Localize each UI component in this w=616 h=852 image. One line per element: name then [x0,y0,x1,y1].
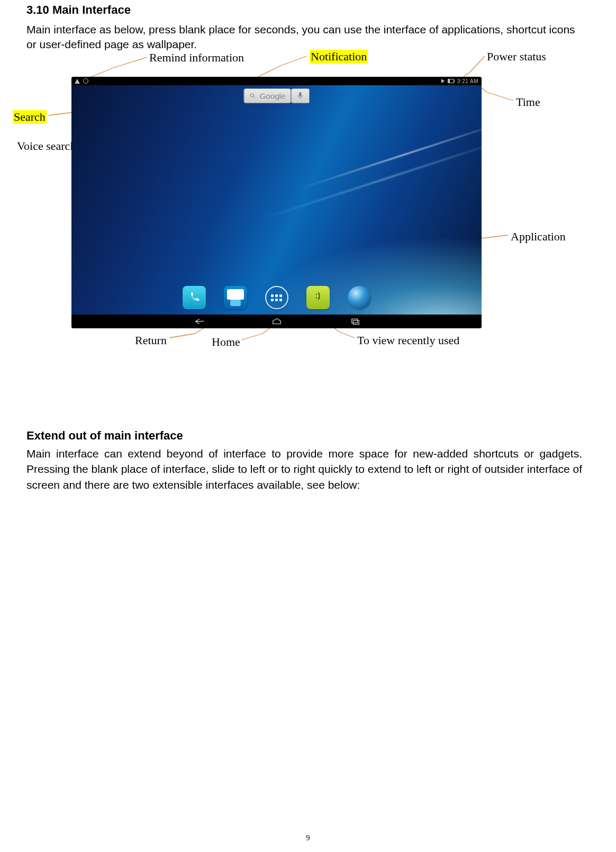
svg-rect-23 [299,92,301,96]
callout-notification: Notification [310,50,368,64]
home-wallpaper[interactable]: Google [71,85,482,315]
status-bar[interactable]: 3:21 AM [71,77,482,85]
phone-icon [188,291,201,304]
callout-remind-information: Remind information [149,51,244,65]
phone-app-icon[interactable] [183,286,206,309]
svg-line-0 [113,57,147,68]
bluetooth-icon [441,79,445,83]
recents-icon [349,318,361,325]
svg-line-19 [339,331,355,338]
status-time: 3:21 AM [457,78,478,84]
nav-back-button[interactable] [191,317,206,326]
app-dock [71,286,482,309]
section-heading: 3.10 Main Interface [26,3,131,17]
search-label: Google [260,92,285,101]
svg-line-2 [280,56,307,66]
nav-recents-button[interactable] [348,317,363,326]
navigation-bar [71,315,482,328]
usb-debug-icon [83,78,88,84]
subsection-heading: Extend out of main interface [26,429,183,443]
all-apps-button[interactable] [265,286,288,309]
callout-home: Home [212,335,240,349]
subsection-paragraph: Main interface can extend beyond of inte… [26,446,582,492]
search-input[interactable]: Google [243,88,291,103]
apps-grid-icon [271,294,282,301]
voice-search-button[interactable] [291,88,310,103]
callout-power-status: Power status [487,50,546,64]
home-icon [271,318,283,325]
back-icon [193,318,204,325]
svg-rect-25 [351,319,357,322]
svg-line-4 [470,56,485,72]
search-widget[interactable]: Google [243,88,310,103]
device-screenshot: 3:21 AM Google [71,77,482,328]
svg-point-21 [250,94,253,97]
document-page: 3.10 Main Interface Main interface as be… [0,0,616,852]
page-number: 9 [0,834,616,842]
svg-rect-26 [353,320,359,324]
warning-icon [75,79,80,84]
callout-application: Application [511,230,566,244]
search-icon [249,93,256,99]
svg-line-15 [169,334,195,338]
browser-app-icon[interactable] [348,286,371,309]
annotated-screenshot-figure: Remind information Notification Power st… [0,48,616,344]
contacts-app-icon[interactable] [224,286,247,309]
svg-line-22 [253,97,255,98]
callout-recent: To view recently used [357,334,459,347]
mic-icon [297,92,303,100]
callout-search: Search [13,110,47,124]
messaging-app-icon[interactable] [306,286,330,309]
callout-voice-search: Voice search [17,139,76,153]
callout-time: Time [516,95,540,109]
nav-home-button[interactable] [269,317,284,326]
battery-icon [448,79,454,83]
svg-line-17 [241,334,262,340]
svg-line-6 [487,92,513,101]
callout-return: Return [135,334,167,347]
